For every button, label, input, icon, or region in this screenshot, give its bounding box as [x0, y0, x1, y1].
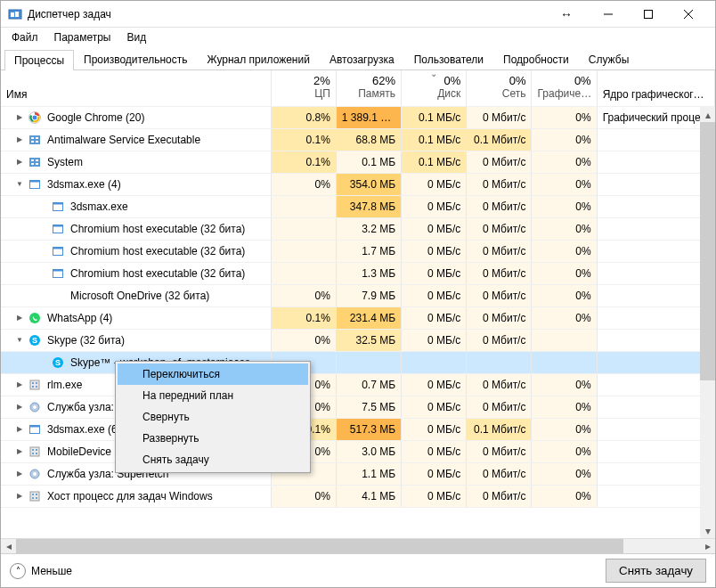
svg-rect-46: [32, 453, 34, 454]
tabbar: Процессы Производительность Журнал прило…: [1, 47, 715, 70]
expand-icon[interactable]: ▶: [13, 158, 26, 166]
tab-services[interactable]: Службы: [579, 49, 639, 69]
context-menu-minimize[interactable]: Свернуть: [118, 406, 308, 428]
context-menu-bring-front[interactable]: На передний план: [118, 385, 308, 406]
process-icon: S: [28, 333, 42, 347]
cell-gpu-engine: [597, 329, 714, 351]
table-row[interactable]: Chromium host executable (32 бита)1.3 МБ…: [1, 262, 715, 284]
svg-rect-24: [53, 225, 63, 226]
table-row[interactable]: ▶Antimalware Service Executable0.1%68.8 …: [1, 128, 715, 151]
table-row[interactable]: ▶WhatsApp (4)0.1%231.4 МБ0 МБ/с0 Мбит/с0…: [1, 306, 715, 329]
process-icon: [51, 266, 65, 281]
cell-network: 0 Мбит/с: [467, 217, 532, 240]
window-title: Диспетчер задач: [28, 8, 111, 20]
table-row[interactable]: 3dsmax.exe347.8 МБ0 МБ/с0 Мбит/с0%: [1, 195, 715, 217]
cell-network: 0 Мбит/с: [467, 485, 532, 507]
end-task-button[interactable]: Снять задачу: [606, 559, 706, 583]
table-row[interactable]: ▶MobileDevice0%3.0 МБ0 МБ/с0 Мбит/с0%: [1, 440, 715, 462]
col-header-network[interactable]: 0%Сеть: [467, 70, 532, 106]
process-name: Chromium host executable (32 бита): [70, 245, 265, 257]
table-row[interactable]: ▼3dsmax.exe (4)0%354.0 МБ0 МБ/с0 Мбит/с0…: [1, 173, 715, 195]
menu-options[interactable]: Параметры: [47, 29, 118, 46]
expand-icon[interactable]: ▶: [13, 113, 26, 121]
cell-gpu: 0%: [532, 485, 597, 507]
process-name: Хост процесс для задач Windows: [47, 490, 265, 502]
table-row[interactable]: ▼SSkype (32 бита)0%32.5 МБ0 МБ/с0 Мбит/с: [1, 329, 715, 351]
tab-performance[interactable]: Производительность: [74, 49, 197, 69]
table-row[interactable]: ▶Служба узла: Superfetch1.1 МБ0 МБ/с0 Мб…: [1, 462, 715, 485]
cell-disk: 0 МБ/с: [402, 173, 467, 195]
context-menu-switch-to[interactable]: Переключиться: [118, 363, 308, 385]
expand-icon[interactable]: ▶: [13, 492, 26, 500]
cell-network: 0 Мбит/с: [467, 262, 532, 284]
cell-network: 0 Мбит/с: [467, 151, 532, 173]
tab-users[interactable]: Пользователи: [404, 49, 493, 69]
cell-gpu: 0%: [532, 173, 597, 195]
close-button[interactable]: [668, 2, 708, 27]
table-row[interactable]: ▶Google Chrome (20)0.8%1 389.1 МБ0.1 МБ/…: [1, 106, 715, 128]
process-icon: [28, 422, 42, 437]
cell-memory: 3.2 МБ: [336, 217, 401, 240]
context-menu-end-task[interactable]: Снять задачу: [118, 449, 308, 470]
tab-details[interactable]: Подробности: [493, 49, 579, 69]
svg-rect-47: [36, 453, 37, 454]
table-row[interactable]: Microsoft OneDrive (32 бита)0%7.9 МБ0 МБ…: [1, 284, 715, 306]
col-header-gpu-engine[interactable]: Ядро графического про: [597, 70, 714, 106]
app-icon: [8, 7, 22, 21]
table-row[interactable]: ▶rlm.exe0%0.7 МБ0 МБ/с0 Мбит/с0%: [1, 373, 715, 396]
menu-file[interactable]: Файл: [4, 29, 45, 46]
table-row[interactable]: ▶Хост процесс для задач Windows0%4.1 МБ0…: [1, 485, 715, 507]
cell-gpu-engine: [597, 396, 714, 418]
vertical-scrollbar[interactable]: ▴ ▾: [700, 107, 715, 538]
cell-gpu: 0%: [532, 373, 597, 396]
table-row[interactable]: ▶Служба узла:0%7.5 МБ0 МБ/с0 Мбит/с0%: [1, 396, 715, 418]
tab-app-history[interactable]: Журнал приложений: [198, 49, 320, 69]
expand-icon[interactable]: ▶: [13, 314, 26, 322]
horizontal-scrollbar[interactable]: ◂ ▸: [1, 538, 715, 553]
cell-cpu: 0.1%: [271, 128, 336, 151]
col-header-gpu[interactable]: 0%Графиче…: [532, 70, 597, 106]
cell-memory: 1.7 МБ: [336, 240, 401, 262]
cell-cpu: 0%: [271, 485, 336, 507]
svg-rect-16: [36, 159, 38, 161]
maximize-button[interactable]: [628, 2, 668, 27]
cell-gpu-engine: [597, 418, 714, 440]
table-row[interactable]: ▶System0.1%0.1 МБ0.1 МБ/с0 Мбит/с0%: [1, 151, 715, 173]
col-header-memory[interactable]: 62%Память: [336, 70, 401, 106]
cell-gpu: 0%: [532, 240, 597, 262]
tab-processes[interactable]: Процессы: [4, 50, 74, 70]
expand-icon[interactable]: ▶: [13, 135, 26, 143]
cell-cpu: 0.1%: [271, 306, 336, 329]
cell-memory: 1.1 МБ: [336, 462, 401, 485]
cell-network: 0 Мбит/с: [467, 462, 532, 485]
expand-icon[interactable]: ▶: [13, 403, 26, 411]
process-icon: [28, 311, 42, 325]
menu-view[interactable]: Вид: [119, 29, 153, 46]
drag-icon: ↔: [560, 7, 570, 21]
table-row[interactable]: ▶3dsmax.exe (6)0.1%517.3 МБ0 МБ/с0.1 Мби…: [1, 418, 715, 440]
col-header-name[interactable]: Имя: [1, 70, 271, 106]
col-header-disk[interactable]: 0%Диск: [402, 70, 467, 106]
table-row[interactable]: SSkype™ - workshop_of_masterpieces: [1, 351, 715, 373]
expand-icon[interactable]: ▶: [13, 470, 26, 478]
table-row[interactable]: Chromium host executable (32 бита)1.7 МБ…: [1, 240, 715, 262]
tab-startup[interactable]: Автозагрузка: [320, 49, 404, 69]
expand-icon[interactable]: ▶: [13, 380, 26, 388]
chevron-up-icon: ˄: [10, 563, 26, 579]
expand-icon[interactable]: ▼: [13, 180, 26, 188]
process-name: Chromium host executable (32 бита): [70, 267, 265, 280]
col-header-cpu[interactable]: 2%ЦП: [271, 70, 336, 106]
cell-gpu: [532, 329, 597, 351]
expand-icon[interactable]: ▶: [13, 447, 26, 455]
minimize-button[interactable]: [588, 2, 628, 27]
context-menu-maximize[interactable]: Развернуть: [118, 428, 308, 449]
expand-icon[interactable]: ▶: [13, 425, 26, 433]
expand-icon[interactable]: ▼: [13, 336, 26, 344]
cell-disk: 0.1 МБ/с: [402, 151, 467, 173]
fewer-details-button[interactable]: ˄ Меньше: [10, 563, 72, 579]
cell-gpu-engine: [597, 462, 714, 485]
cell-gpu-engine: [597, 240, 714, 262]
svg-rect-42: [30, 425, 40, 427]
process-icon: [28, 467, 42, 481]
table-row[interactable]: Chromium host executable (32 бита)3.2 МБ…: [1, 217, 715, 240]
